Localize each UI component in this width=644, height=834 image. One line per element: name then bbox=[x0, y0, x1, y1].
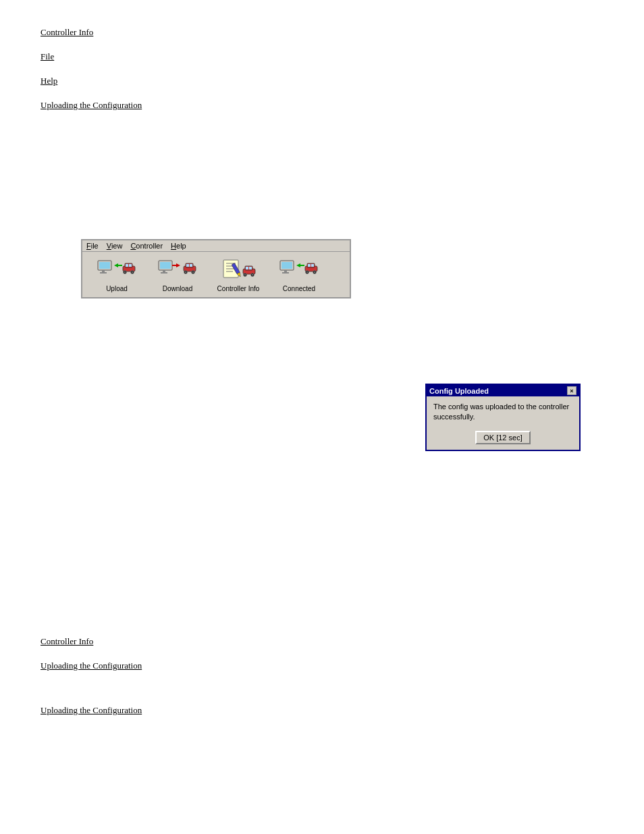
svg-marker-45 bbox=[296, 263, 304, 267]
svg-rect-15 bbox=[163, 270, 165, 272]
svg-rect-14 bbox=[160, 262, 171, 269]
svg-point-53 bbox=[314, 271, 315, 273]
menu-view[interactable]: View bbox=[107, 242, 123, 250]
menu-help[interactable]: Help bbox=[171, 242, 186, 250]
svg-point-38 bbox=[244, 274, 246, 276]
svg-marker-4 bbox=[114, 263, 122, 267]
top-link-4[interactable]: Uploading the Configuration bbox=[41, 100, 603, 118]
svg-rect-1 bbox=[99, 262, 110, 269]
svg-rect-48 bbox=[308, 264, 311, 267]
dialog-titlebar: Config Uploaded × bbox=[427, 385, 579, 396]
svg-rect-2 bbox=[102, 270, 105, 272]
dialog-body: The config was uploaded to the controlle… bbox=[427, 396, 579, 450]
svg-point-25 bbox=[192, 271, 194, 273]
svg-rect-8 bbox=[129, 264, 132, 267]
svg-rect-20 bbox=[186, 264, 189, 267]
svg-rect-42 bbox=[281, 262, 292, 269]
toolbar-menubar: File View Controller Help bbox=[82, 240, 350, 252]
toolbar-screenshot: File View Controller Help bbox=[81, 239, 351, 298]
download-button[interactable]: Download bbox=[147, 255, 208, 294]
svg-point-10 bbox=[124, 271, 126, 273]
svg-point-51 bbox=[306, 271, 308, 273]
svg-point-23 bbox=[185, 271, 186, 273]
menu-controller[interactable]: Controller bbox=[130, 242, 163, 250]
svg-rect-16 bbox=[161, 272, 167, 273]
top-link-3[interactable]: Help bbox=[41, 76, 603, 93]
svg-rect-35 bbox=[246, 267, 248, 269]
menu-file[interactable]: File bbox=[86, 242, 99, 250]
svg-rect-36 bbox=[249, 267, 252, 269]
controller-info-label: Controller Info bbox=[217, 285, 260, 292]
svg-rect-7 bbox=[126, 264, 128, 267]
dialog-button-area: OK [12 sec] bbox=[433, 431, 572, 444]
svg-point-12 bbox=[132, 271, 133, 273]
connected-button[interactable]: Connected bbox=[269, 255, 329, 294]
svg-point-40 bbox=[252, 274, 253, 276]
upload-button[interactable]: Upload bbox=[86, 255, 147, 294]
bottom-link-2[interactable]: Uploading the Configuration bbox=[41, 660, 603, 678]
svg-marker-17 bbox=[172, 263, 180, 267]
svg-rect-3 bbox=[100, 272, 107, 273]
toolbar-icons: Upload bbox=[82, 252, 350, 297]
bottom-link-1[interactable]: Controller Info bbox=[41, 636, 603, 654]
top-link-1[interactable]: Controller Info bbox=[41, 27, 603, 45]
svg-rect-44 bbox=[282, 272, 289, 273]
dialog-title: Config Uploaded bbox=[429, 387, 489, 395]
dialog-message: The config was uploaded to the controlle… bbox=[433, 402, 572, 423]
svg-rect-43 bbox=[284, 270, 287, 272]
dialog-ok-button[interactable]: OK [12 sec] bbox=[475, 431, 530, 444]
bottom-link-3[interactable]: Uploading the Configuration bbox=[41, 705, 603, 723]
svg-rect-21 bbox=[190, 264, 192, 267]
config-uploaded-dialog: Config Uploaded × The config was uploade… bbox=[425, 384, 581, 451]
connected-label: Connected bbox=[283, 285, 315, 292]
download-label: Download bbox=[163, 285, 192, 292]
upload-label: Upload bbox=[106, 285, 128, 292]
svg-rect-49 bbox=[311, 264, 314, 267]
dialog-close-button[interactable]: × bbox=[567, 386, 576, 395]
top-link-2[interactable]: File bbox=[41, 51, 603, 69]
controller-info-button[interactable]: Controller Info bbox=[208, 255, 269, 294]
